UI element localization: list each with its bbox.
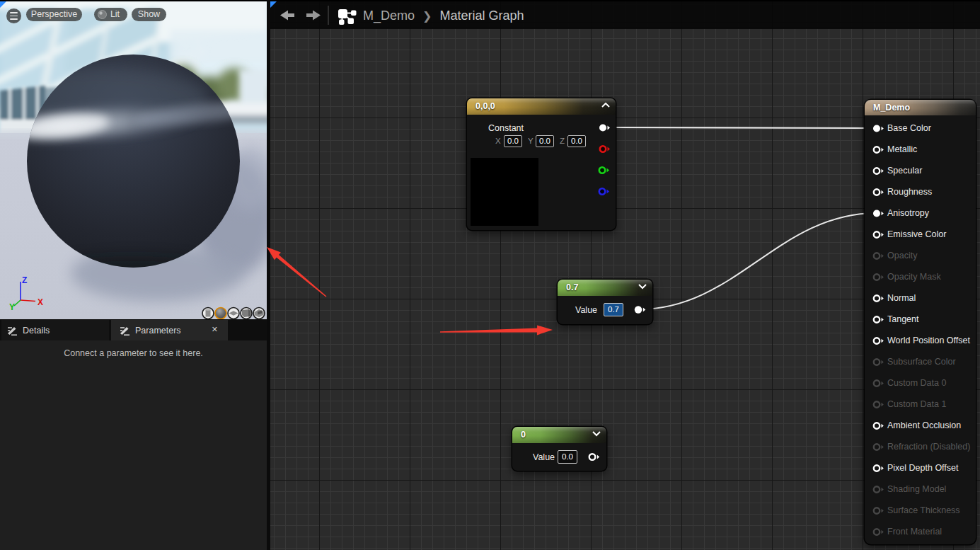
svg-text:X: X [38,297,43,307]
svg-text:Z: Z [22,275,27,285]
svg-text:Y: Y [9,302,15,312]
